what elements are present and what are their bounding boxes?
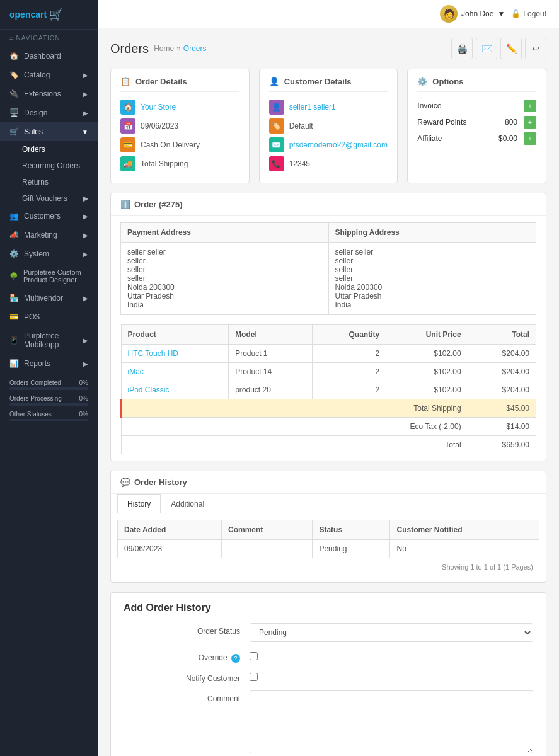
- eco-tax-row: Eco Tax (-2.00) $14.00: [121, 418, 536, 436]
- order-details-header: 📋 Order Details: [120, 77, 239, 92]
- breadcrumb-home[interactable]: Home: [154, 44, 174, 53]
- customer-details-icon: 👤: [269, 77, 279, 86]
- payment-row: 💳 Cash On Delivery: [120, 137, 239, 152]
- notify-checkbox[interactable]: [250, 673, 258, 681]
- sidebar-label-extensions: Extensions: [24, 89, 61, 98]
- sidebar-sub-item-gift-vouchers[interactable]: Gift Vouchers ▶: [0, 190, 98, 207]
- sidebar-item-sales[interactable]: 🛒 Sales ▼: [0, 122, 98, 141]
- history-table: Date Added Comment Status Customer Notif…: [117, 520, 539, 558]
- sidebar-sub-item-returns[interactable]: Returns: [0, 174, 98, 190]
- marketing-arrow-icon: ▶: [83, 232, 88, 239]
- shipping-address-header: Shipping Address: [328, 223, 536, 243]
- sidebar-item-multivendor[interactable]: 🏪 Multivendor ▶: [0, 289, 98, 307]
- product-price-imac: $102.00: [386, 363, 468, 381]
- shipping-icon: 🚚: [120, 156, 135, 171]
- sidebar-item-extensions[interactable]: 🔌 Extensions ▶: [0, 84, 98, 103]
- sidebar-item-catalog[interactable]: 🏷️ Catalog ▶: [0, 66, 98, 84]
- history-tabs: History Additional: [111, 494, 546, 513]
- reward-label: Reward Points: [417, 118, 466, 127]
- reward-value: 800: [505, 118, 517, 127]
- print-button[interactable]: 🖨️: [451, 38, 473, 59]
- history-row: 09/06/2023 Pending No: [118, 540, 539, 558]
- gift-vouchers-label: Gift Vouchers: [22, 194, 67, 203]
- extensions-icon: 🔌: [9, 89, 19, 98]
- tab-additional[interactable]: Additional: [161, 494, 214, 513]
- product-qty-ipod: 2: [313, 381, 386, 399]
- sidebar-item-design[interactable]: 🖥️ Design ▶: [0, 103, 98, 122]
- product-link-htc[interactable]: HTC Touch HD: [128, 349, 178, 358]
- edit-button[interactable]: ✏️: [500, 38, 522, 59]
- sidebar-item-system[interactable]: ⚙️ System ▶: [0, 244, 98, 263]
- payment-address-cell: seller sellersellersellersellerNoida 200…: [121, 243, 329, 315]
- mobileapp-arrow-icon: ▶: [83, 337, 88, 344]
- product-link-imac[interactable]: iMac: [128, 367, 144, 376]
- order-info-icon: ℹ️: [120, 200, 130, 209]
- user-name: John Doe: [461, 9, 493, 18]
- sidebar-label-reports: Reports: [24, 359, 50, 368]
- sidebar-item-dashboard[interactable]: 🏠 Dashboard: [0, 47, 98, 66]
- store-row: 🏠 Your Store: [120, 100, 239, 115]
- mobileapp-icon: 📱: [9, 336, 19, 345]
- customer-email-link[interactable]: ptsdemodemo22@gmail.com: [289, 140, 388, 149]
- affiliate-btn[interactable]: +: [524, 132, 536, 145]
- product-total-ipod: $204.00: [468, 381, 536, 399]
- stat-other-value: 0%: [79, 411, 88, 418]
- opencart-logo[interactable]: opencart 🛒: [9, 8, 63, 21]
- logout-button[interactable]: 🔓 Logout: [511, 9, 546, 18]
- email-button[interactable]: ✉️: [476, 38, 497, 59]
- sidebar-label-customers: Customers: [24, 212, 61, 220]
- breadcrumb-separator: »: [176, 44, 181, 53]
- order-details-card: 📋 Order Details 🏠 Your Store 📅 09/06/202…: [110, 69, 250, 183]
- sidebar-label-mobileapp: Purpletree Mobileapp: [24, 331, 83, 349]
- product-model-htc: Product 1: [229, 345, 313, 363]
- sidebar-label-pos: POS: [24, 312, 40, 321]
- sidebar-item-mobileapp[interactable]: 📱 Purpletree Mobileapp ▶: [0, 326, 98, 354]
- override-info-icon[interactable]: ?: [231, 654, 240, 663]
- sidebar-item-reports[interactable]: 📊 Reports ▶: [0, 354, 98, 373]
- customer-details-title: Customer Details: [284, 77, 352, 86]
- logout-label: Logout: [523, 9, 546, 18]
- invoice-btn[interactable]: +: [524, 100, 536, 112]
- logo-icon: 🛒: [49, 8, 63, 21]
- stat-other-label: Other Statuses: [9, 411, 52, 418]
- comment-textarea[interactable]: [250, 690, 533, 753]
- product-total-imac: $204.00: [468, 363, 536, 381]
- sidebar-item-marketing[interactable]: 📣 Marketing ▶: [0, 226, 98, 244]
- customer-group-value: Default: [289, 122, 313, 130]
- sidebar-label-purpletree-custom: Purpletree Custom Product Designer: [23, 268, 88, 284]
- customer-phone-row: 📞 12345: [269, 156, 388, 171]
- sidebar-item-customers[interactable]: 👥 Customers ▶: [0, 207, 98, 226]
- sidebar-label-design: Design: [24, 108, 47, 117]
- page-content: Orders Home » Orders 🖨️ ✉️ ✏️ ↩ 📋 Orde: [98, 28, 559, 756]
- product-link-ipod[interactable]: iPod Classic: [128, 386, 170, 394]
- history-tab-content: Date Added Comment Status Customer Notif…: [111, 513, 546, 582]
- override-row: Override ?: [124, 650, 533, 663]
- tab-history[interactable]: History: [117, 494, 161, 513]
- gift-vouchers-arrow-icon: ▶: [83, 194, 88, 203]
- system-icon: ⚙️: [9, 249, 19, 258]
- override-label-text: Override: [199, 653, 228, 662]
- system-arrow-icon: ▶: [83, 251, 88, 258]
- sidebar-sub-item-recurring-orders[interactable]: Recurring Orders: [0, 158, 98, 174]
- notify-row: Notify Customer: [124, 670, 533, 683]
- store-link[interactable]: Your Store: [141, 103, 176, 112]
- user-menu[interactable]: 🧑 John Doe ▼: [440, 5, 505, 23]
- multivendor-arrow-icon: ▶: [83, 295, 88, 302]
- sidebar-label-marketing: Marketing: [24, 231, 57, 239]
- override-checkbox[interactable]: [250, 652, 258, 660]
- product-qty-htc: 2: [313, 345, 386, 363]
- customer-link[interactable]: seller1 seller1: [289, 103, 336, 112]
- history-status: Pending: [313, 540, 390, 558]
- back-button[interactable]: ↩: [525, 38, 546, 59]
- breadcrumb: Home » Orders: [154, 44, 206, 53]
- order-history-icon: 💬: [120, 478, 130, 487]
- product-name-htc: HTC Touch HD: [121, 345, 229, 363]
- options-icon: ⚙️: [417, 77, 427, 86]
- sidebar-sub-item-orders[interactable]: Orders: [0, 141, 98, 158]
- order-status-select[interactable]: Pending Processing Shipped Complete Canc…: [250, 623, 533, 642]
- stat-processing-value: 0%: [79, 395, 88, 402]
- sidebar-item-purpletree-custom[interactable]: 🌳 Purpletree Custom Product Designer: [0, 263, 98, 289]
- sidebar-item-pos[interactable]: 💳 POS: [0, 307, 98, 326]
- col-total: Total: [468, 325, 536, 345]
- reward-btn[interactable]: +: [524, 116, 536, 129]
